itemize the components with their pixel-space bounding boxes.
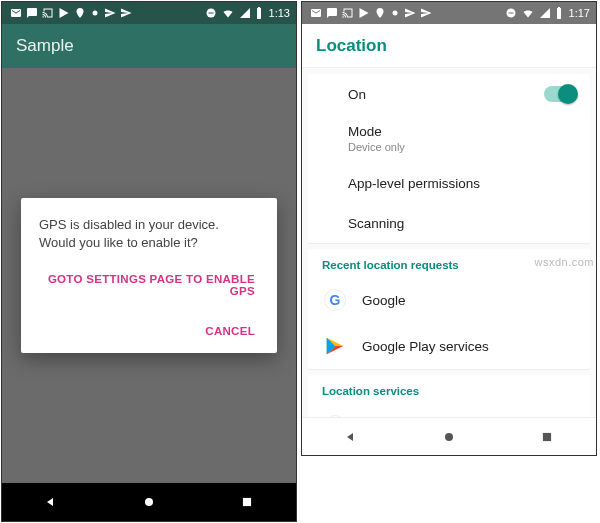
notif-send2-icon [420, 7, 432, 19]
app-bar: Sample [2, 24, 296, 68]
mode-label: Mode [348, 124, 405, 139]
nav-bar [302, 417, 596, 455]
row-recent-google[interactable]: G Google [308, 277, 590, 323]
row-app-permissions[interactable]: App-level permissions [308, 163, 590, 203]
scanning-label: Scanning [348, 216, 404, 231]
phone-right: 1:17 Location On Mode Device only App-le… [301, 1, 597, 456]
notif-send2-icon [120, 7, 132, 19]
wifi-icon [221, 7, 235, 19]
row-recent-play-services[interactable]: Google Play services [308, 323, 590, 369]
dialog-scrim[interactable]: GPS is disabled in your device. Would yo… [2, 68, 296, 483]
nav-home-button[interactable] [129, 488, 169, 516]
do-not-disturb-icon [205, 7, 217, 19]
notif-map-icon [74, 7, 86, 19]
clock: 1:17 [569, 7, 590, 19]
nav-recents-button[interactable] [527, 423, 567, 451]
battery-icon [255, 7, 263, 19]
nav-back-button[interactable] [31, 488, 71, 516]
notif-send-icon [104, 7, 116, 19]
notif-dot-icon [390, 8, 400, 18]
nav-back-button[interactable] [331, 423, 371, 451]
card-main: On Mode Device only App-level permission… [308, 74, 590, 243]
nav-bar [2, 483, 296, 521]
play-services-icon [322, 333, 348, 359]
gps-dialog: GPS is disabled in your device. Would yo… [21, 198, 277, 353]
dialog-message: GPS is disabled in your device. Would yo… [39, 216, 259, 251]
do-not-disturb-icon [505, 7, 517, 19]
row-service-els[interactable]: G Emergency Location Service [308, 403, 590, 417]
svg-point-8 [445, 433, 453, 441]
notif-map-icon [374, 7, 386, 19]
svg-point-5 [393, 11, 398, 16]
row-scanning[interactable]: Scanning [308, 203, 590, 243]
notif-cast-icon [42, 7, 54, 19]
google-g-icon: G [322, 287, 348, 313]
wifi-icon [521, 7, 535, 19]
notif-chat-icon [26, 7, 38, 19]
cell-icon [539, 7, 551, 19]
status-bar: 1:17 [302, 2, 596, 24]
notif-play-icon [58, 7, 70, 19]
notif-cast-icon [342, 7, 354, 19]
row-master-switch[interactable]: On [308, 74, 590, 114]
notif-send-icon [404, 7, 416, 19]
watermark: wsxdn.com [534, 256, 594, 268]
mode-value: Device only [348, 141, 405, 153]
settings-list[interactable]: On Mode Device only App-level permission… [302, 68, 596, 417]
dialog-cancel-button[interactable]: CANCEL [201, 319, 259, 343]
status-bar: 1:13 [2, 2, 296, 24]
nav-recents-button[interactable] [227, 488, 267, 516]
cell-icon [239, 7, 251, 19]
master-label: On [348, 87, 366, 102]
notif-play-icon [358, 7, 370, 19]
row-mode[interactable]: Mode Device only [308, 114, 590, 163]
settings-title: Location [302, 24, 596, 68]
card-services: Location services G Emergency Location S… [308, 375, 590, 417]
nav-home-button[interactable] [429, 423, 469, 451]
svg-rect-9 [543, 432, 551, 440]
notif-chat-icon [326, 7, 338, 19]
notif-dot-icon [90, 8, 100, 18]
notif-msg-icon [10, 7, 22, 19]
notif-msg-icon [310, 7, 322, 19]
location-toggle[interactable] [544, 86, 576, 102]
battery-icon [555, 7, 563, 19]
svg-rect-4 [243, 498, 251, 506]
svg-point-3 [145, 498, 153, 506]
clock: 1:13 [269, 7, 290, 19]
app-perm-label: App-level permissions [348, 176, 480, 191]
app-title: Sample [16, 36, 74, 56]
recent-google-label: Google [362, 293, 406, 308]
page-title: Location [316, 36, 387, 56]
dialog-confirm-button[interactable]: GOTO SETTINGS PAGE TO ENABLE GPS [39, 267, 259, 303]
subheader-services: Location services [308, 375, 590, 403]
svg-point-0 [93, 11, 98, 16]
phone-left: 1:13 Sample GPS is disabled in your devi… [1, 1, 297, 522]
svg-rect-7 [508, 13, 513, 14]
svg-rect-2 [208, 13, 213, 14]
recent-play-label: Google Play services [362, 339, 489, 354]
